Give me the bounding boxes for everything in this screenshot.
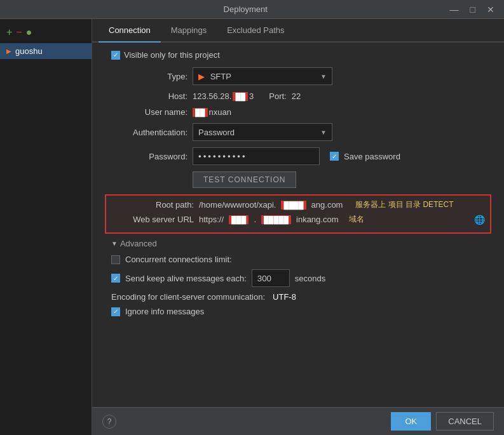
advanced-toggle[interactable]: ▼ Advanced [105, 239, 491, 248]
bottom-right: OK CANCEL [391, 412, 494, 431]
tab-mappings[interactable]: Mappings [161, 19, 217, 43]
dialog-title: Deployment [44, 4, 447, 14]
main-layout: + − ● ▶ guoshu Connection Mappings Exclu… [0, 19, 504, 435]
tab-connection[interactable]: Connection [99, 19, 161, 43]
web-url-prefix: https:// [199, 215, 224, 224]
ignore-messages-checkbox[interactable] [111, 307, 120, 316]
password-label: Password: [105, 152, 187, 161]
web-url-row: Web server URL https:// ███ . █████ inka… [111, 214, 485, 225]
advanced-section: ▼ Advanced Concurrent connections limit:… [105, 239, 491, 316]
auth-dropdown[interactable]: Password ▼ [193, 123, 332, 141]
chevron-down-icon: ▼ [320, 73, 327, 80]
encoding-row: Encoding for client-server communication… [105, 292, 491, 302]
web-url-label: Web server URL [111, 215, 194, 224]
host-prefix: 123.56.28. [193, 91, 231, 101]
advanced-label: Advanced [120, 239, 157, 248]
sftp-icon: ▶ [198, 72, 205, 81]
root-path-suffix: ang.com [311, 200, 343, 210]
test-connection-button[interactable]: TEST CONNECTION [193, 171, 296, 188]
concurrent-label: Concurrent connections limit: [125, 255, 232, 264]
username-input-group: ██ nxuan [193, 107, 231, 117]
web-url-redacted2: █████ [261, 215, 291, 224]
visible-only-label: Visible only for this project [124, 50, 220, 60]
save-password-checkbox[interactable] [330, 152, 339, 161]
sidebar-toolbar: + − ● [0, 24, 92, 43]
tabs-bar: Connection Mappings Excluded Paths [92, 19, 504, 43]
check-server-icon[interactable]: ● [26, 27, 32, 38]
ignore-row: Ignore info messages [105, 307, 491, 316]
port-label: Port: [269, 91, 286, 101]
content-area: Connection Mappings Excluded Paths Visib… [92, 19, 504, 435]
ignore-label: Ignore info messages [125, 307, 204, 316]
save-password-label: Save password [344, 152, 400, 161]
visible-only-checkbox[interactable] [111, 51, 120, 60]
keep-alive-unit: seconds [295, 274, 325, 283]
password-row: Password: Save password [105, 147, 491, 165]
host-suffix: 3 [249, 91, 254, 101]
detect-label[interactable]: 服务器上 项目 目录 DETECT [355, 199, 453, 210]
add-server-icon[interactable]: + [6, 27, 12, 38]
password-input[interactable] [193, 147, 320, 165]
highlight-box: Root path: /home/wwwroot/xapi. ████ ang.… [105, 194, 491, 234]
sidebar-item-guoshu[interactable]: ▶ guoshu [0, 43, 92, 59]
username-suffix: nxuan [209, 107, 231, 117]
auth-value: Password [198, 128, 235, 137]
port-value: 22 [292, 91, 301, 101]
maximize-button[interactable]: □ [467, 3, 479, 16]
keep-alive-row: Send keep alive messages each: seconds [105, 269, 491, 287]
auth-row: Authentication: Password ▼ [105, 123, 491, 141]
type-label: Type: [105, 72, 187, 81]
window-controls: — □ ✕ [447, 3, 498, 16]
root-path-redacted: ████ [281, 201, 306, 210]
keep-alive-checkbox[interactable] [111, 274, 120, 283]
web-url-suffix: inkang.com [296, 215, 338, 224]
type-value: SFTP [210, 72, 231, 81]
title-bar: Deployment — □ ✕ [0, 0, 504, 19]
root-path-label: Root path: [111, 200, 194, 210]
chevron-down-icon: ▼ [111, 240, 118, 247]
tab-excluded-paths[interactable]: Excluded Paths [217, 19, 294, 43]
keep-alive-input[interactable] [252, 269, 290, 287]
encoding-label: Encoding for client-server communication… [111, 292, 265, 302]
host-row: Host: 123.56.28. ██ 3 Port: 22 [105, 91, 491, 101]
concurrent-checkbox[interactable] [111, 255, 120, 264]
sidebar: + − ● ▶ guoshu [0, 19, 92, 435]
root-path-prefix: /home/wwwroot/xapi. [199, 200, 276, 210]
web-url-middle: . [254, 215, 256, 224]
keep-alive-label: Send keep alive messages each: [125, 274, 247, 283]
cancel-button[interactable]: CANCEL [436, 412, 494, 431]
form-area: Visible only for this project Type: ▶ SF… [92, 43, 504, 407]
host-redacted: ██ [233, 92, 248, 101]
close-button[interactable]: ✕ [484, 3, 498, 16]
host-input-group: 123.56.28. ██ 3 [193, 91, 254, 101]
minimize-button[interactable]: — [447, 3, 462, 16]
bottom-left: ? [102, 415, 116, 429]
username-label: User name: [105, 107, 187, 117]
chevron-right-icon: ▶ [6, 48, 11, 55]
web-url-redacted: ███ [229, 215, 249, 224]
type-dropdown[interactable]: ▶ SFTP ▼ [193, 67, 332, 85]
username-redacted: ██ [193, 108, 208, 117]
globe-icon[interactable]: 🌐 [474, 215, 485, 225]
host-label: Host: [105, 91, 187, 101]
server-name-label: guoshu [15, 46, 43, 56]
bottom-bar: ? OK CANCEL [92, 407, 504, 435]
type-row: Type: ▶ SFTP ▼ [105, 67, 491, 85]
remove-server-icon[interactable]: − [16, 27, 22, 38]
root-path-row: Root path: /home/wwwroot/xapi. ████ ang.… [111, 199, 485, 210]
username-row: User name: ██ nxuan [105, 107, 491, 117]
test-connection-row: TEST CONNECTION [105, 171, 491, 188]
help-icon[interactable]: ? [102, 415, 116, 429]
visible-only-row: Visible only for this project [105, 50, 491, 60]
web-url-hint: 域名 [349, 214, 364, 225]
concurrent-row: Concurrent connections limit: [105, 255, 491, 264]
chevron-down-icon: ▼ [320, 129, 327, 136]
encoding-value: UTF-8 [273, 292, 296, 302]
auth-label: Authentication: [105, 128, 187, 137]
ok-button[interactable]: OK [391, 412, 431, 431]
